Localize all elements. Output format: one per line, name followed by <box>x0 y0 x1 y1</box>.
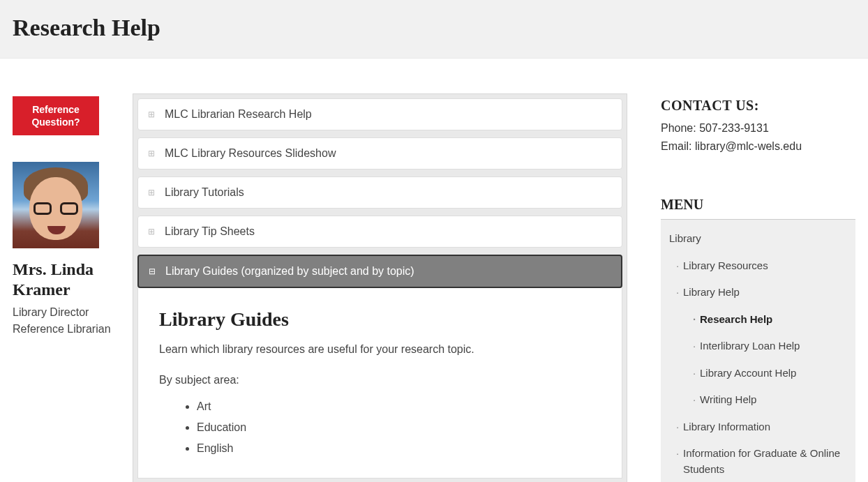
menu-link-ill-help[interactable]: Interlibrary Loan Help <box>661 333 855 360</box>
subject-link[interactable]: English <box>197 442 233 454</box>
column-right: CONTACT US: Phone: 507-233-9131 Email: l… <box>627 59 868 482</box>
plus-icon: ⊞ <box>147 110 156 119</box>
menu-link-library-resources[interactable]: Library Resources <box>661 253 855 280</box>
menu-heading: MENU <box>661 194 855 220</box>
accordion-header-tutorials[interactable]: ⊞ Library Tutorials <box>137 176 622 209</box>
menu-link-grad-online[interactable]: Information for Graduate & Online Studen… <box>661 440 855 482</box>
accordion-item: ⊞ Library Tutorials <box>137 176 622 209</box>
panel-subject-label: By subject area: <box>159 372 601 389</box>
panel-intro: Learn which library resources are useful… <box>159 341 601 358</box>
list-item: Art <box>197 398 601 415</box>
accordion-header-tip-sheets[interactable]: ⊞ Library Tip Sheets <box>137 216 622 248</box>
subject-list: Art Education English <box>159 398 601 457</box>
plus-icon: ⊞ <box>147 188 156 197</box>
contact-email: Email: library@mlc-wels.edu <box>661 138 855 155</box>
accordion-label: MLC Librarian Research Help <box>165 106 312 123</box>
sidebar-menu: Library Library Resources Library Help R… <box>661 220 855 482</box>
accordion-header-library-guides[interactable]: ⊟ Library Guides (organized by subject a… <box>137 255 622 288</box>
subject-link[interactable]: Education <box>197 421 246 433</box>
plus-icon: ⊞ <box>147 149 156 158</box>
plus-icon: ⊞ <box>147 227 156 236</box>
menu-link-research-help[interactable]: Research Help <box>661 306 855 333</box>
subject-link[interactable]: Art <box>197 400 211 412</box>
column-left: Reference Question? Mrs. Linda Kramer Li… <box>0 59 133 338</box>
page-title: Research Help <box>13 10 855 45</box>
layout: Reference Question? Mrs. Linda Kramer Li… <box>0 59 868 482</box>
minus-icon: ⊟ <box>147 266 157 276</box>
reference-question-line2: Question? <box>31 116 80 128</box>
menu-link-account-help[interactable]: Library Account Help <box>661 360 855 387</box>
accordion-item: ⊞ Library Tip Sheets <box>137 216 622 248</box>
accordion-label: Library Tip Sheets <box>165 223 255 240</box>
accordion-label: MLC Library Resources Slideshow <box>165 145 336 162</box>
accordion-label: Library Guides (organized by subject and… <box>165 263 414 280</box>
menu-link-library[interactable]: Library <box>661 225 855 253</box>
page-title-bar: Research Help <box>0 0 868 59</box>
contact-name: Mrs. Linda Kramer <box>13 259 133 300</box>
accordion-header-research-help[interactable]: ⊞ MLC Librarian Research Help <box>137 98 622 130</box>
accordion: ⊞ MLC Librarian Research Help ⊞ MLC Libr… <box>133 93 627 482</box>
list-item: English <box>197 440 601 457</box>
accordion-item: ⊞ MLC Library Resources Slideshow <box>137 137 622 170</box>
reference-question-button[interactable]: Reference Question? <box>13 96 99 135</box>
accordion-label: Library Tutorials <box>165 184 244 201</box>
contact-phone: Phone: 507-233-9131 <box>661 120 855 137</box>
contact-titles: Library Director Reference Librarian <box>13 304 133 338</box>
contact-title-2: Reference Librarian <box>13 323 111 335</box>
accordion-header-slideshow[interactable]: ⊞ MLC Library Resources Slideshow <box>137 137 622 170</box>
contact-portrait <box>13 162 99 248</box>
accordion-item: ⊞ MLC Librarian Research Help <box>137 98 622 130</box>
panel-heading: Library Guides <box>159 305 601 334</box>
list-item: Education <box>197 419 601 436</box>
contact-title-1: Library Director <box>13 306 89 318</box>
menu-link-library-help[interactable]: Library Help <box>661 279 855 306</box>
menu-link-writing-help[interactable]: Writing Help <box>661 386 855 414</box>
contact-heading: CONTACT US: <box>661 95 855 116</box>
menu-link-library-information[interactable]: Library Information <box>661 414 855 441</box>
column-main: ⊞ MLC Librarian Research Help ⊞ MLC Libr… <box>133 59 627 482</box>
accordion-panel-library-guides: Library Guides Learn which library resou… <box>137 288 622 479</box>
reference-question-line1: Reference <box>32 104 80 115</box>
accordion-item: ⊟ Library Guides (organized by subject a… <box>137 255 622 479</box>
